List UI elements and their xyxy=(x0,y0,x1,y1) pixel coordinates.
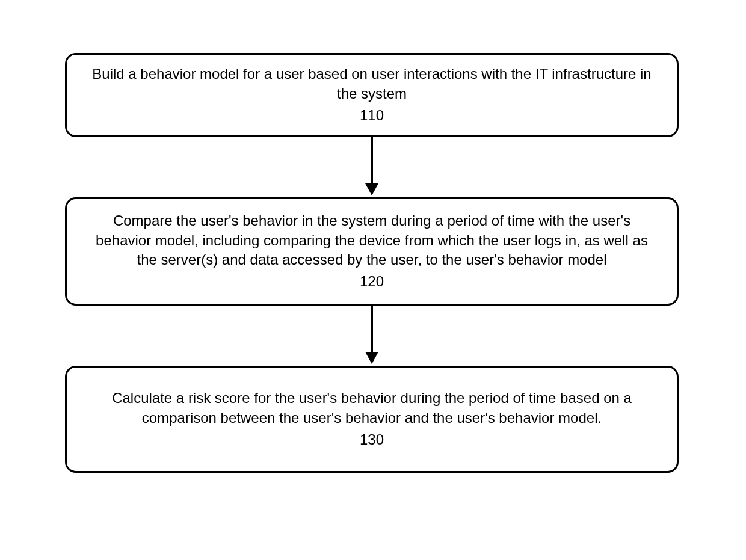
arrow-down-icon xyxy=(365,183,378,195)
flow-step-1-number: 110 xyxy=(91,106,653,125)
arrow-2 xyxy=(365,306,378,366)
flow-step-3-number: 130 xyxy=(91,430,653,449)
arrow-line-icon xyxy=(371,137,373,184)
flow-step-2: Compare the user's behavior in the syste… xyxy=(65,197,679,306)
flow-step-3-text: Calculate a risk score for the user's be… xyxy=(91,389,653,428)
flow-step-1-text: Build a behavior model for a user based … xyxy=(91,64,653,103)
flow-step-1: Build a behavior model for a user based … xyxy=(65,53,679,137)
flow-step-2-text: Compare the user's behavior in the syste… xyxy=(91,211,653,269)
arrow-down-icon xyxy=(365,352,378,364)
flow-step-3: Calculate a risk score for the user's be… xyxy=(65,366,679,473)
flowchart: Build a behavior model for a user based … xyxy=(65,53,679,473)
arrow-1 xyxy=(365,137,378,197)
arrow-line-icon xyxy=(371,306,373,352)
flow-step-2-number: 120 xyxy=(91,272,653,291)
